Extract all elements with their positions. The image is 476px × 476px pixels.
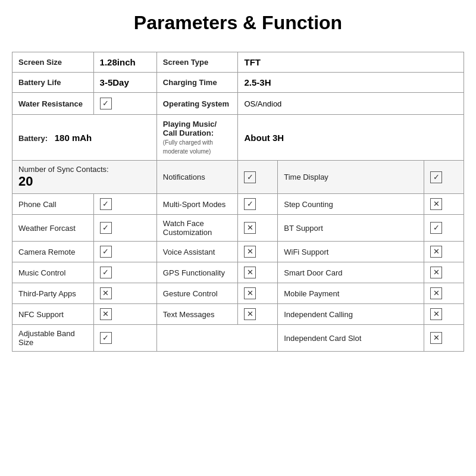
battery-mah-value: 180 mAh	[55, 133, 92, 143]
feature-row-music: Music Control GPS Functionality Smart Do…	[12, 262, 464, 283]
third-party-check	[100, 287, 112, 299]
spec-row-screen: Screen Size 1.28inch Screen Type TFT	[12, 52, 464, 73]
independent-card-check	[430, 332, 442, 344]
multi-sport-label: Multi-Sport Modes	[163, 200, 226, 209]
feature-row-camera: Camera Remote Voice Assistant WiFi Suppo…	[12, 242, 464, 262]
music-control-check	[100, 267, 112, 278]
screen-size-label: Screen Size	[18, 58, 62, 67]
phone-call-label: Phone Call	[18, 200, 57, 209]
water-resistance-check	[100, 98, 112, 109]
charging-time-label: Charging Time	[163, 78, 217, 87]
independent-calling-label: Independent Calling	[284, 310, 353, 319]
third-party-label: Third-Party Apps	[18, 289, 76, 298]
nfc-label: NFC Support	[18, 310, 64, 319]
step-counting-check	[430, 198, 442, 210]
page-title: Parameters & Function	[12, 12, 464, 40]
adjustable-band-label: Adjustable Band Size	[18, 329, 75, 347]
smart-door-check	[430, 267, 442, 278]
screen-size-value: 1.28inch	[100, 57, 136, 67]
wifi-support-check	[430, 246, 442, 258]
feature-row-band: Adjustable Band Size Independent Card Sl…	[12, 325, 464, 352]
sync-contacts-value: 20	[18, 174, 33, 189]
music-control-label: Music Control	[18, 268, 65, 277]
gps-check	[244, 267, 256, 278]
screen-type-value: TFT	[244, 57, 261, 67]
independent-card-label: Independent Card Slot	[284, 334, 361, 343]
weather-forecast-label: Weather Forcast	[18, 224, 76, 233]
camera-remote-label: Camera Remote	[18, 248, 75, 256]
playing-music-note: (Fully charged with moderate volume)	[163, 139, 213, 155]
feature-row-third-party: Third-Party Apps Gesture Control Mobile …	[12, 283, 464, 304]
nfc-check	[100, 308, 112, 320]
time-display-label: Time Display	[284, 173, 328, 181]
gps-label: GPS Functionality	[163, 268, 225, 277]
smart-door-label: Smart Door Card	[284, 268, 342, 277]
time-display-check	[430, 171, 442, 183]
text-messages-check	[244, 308, 256, 320]
operating-system-value: OS/Andiod	[244, 99, 281, 108]
feature-row-phone: Phone Call Multi-Sport Modes Step Counti…	[12, 194, 464, 215]
notifications-label: Notifications	[163, 173, 205, 181]
watch-face-label: Watch Face Customization	[163, 219, 212, 237]
gesture-check	[244, 287, 256, 299]
adjustable-band-check	[100, 332, 112, 344]
voice-assistant-label: Voice Assistant	[163, 248, 215, 256]
text-messages-label: Text Messages	[163, 310, 215, 319]
mobile-payment-label: Mobile Payment	[284, 289, 339, 298]
spec-row-battery-mah: Battery: 180 mAh Playing Music/ Call Dur…	[12, 115, 464, 161]
operating-system-label: Operating System	[163, 99, 229, 108]
spec-row-battery: Battery Life 3-5Day Charging Time 2.5-3H	[12, 73, 464, 93]
voice-assistant-check	[244, 246, 256, 258]
mobile-payment-check	[430, 287, 442, 299]
weather-forecast-check	[100, 222, 112, 234]
notifications-check	[244, 171, 256, 183]
feature-row-nfc: NFC Support Text Messages Independent Ca…	[12, 304, 464, 325]
camera-remote-check	[100, 246, 112, 258]
independent-calling-check	[430, 308, 442, 320]
bt-support-check	[430, 222, 442, 234]
spec-row-water: Water Resistance Operating System OS/And…	[12, 93, 464, 115]
battery-life-label: Battery Life	[18, 78, 61, 87]
multi-sport-check	[244, 198, 256, 210]
bt-support-label: BT Support	[284, 224, 323, 233]
water-resistance-label: Water Resistance	[18, 99, 83, 108]
watch-face-check	[244, 222, 256, 234]
battery-mah-label: Battery:	[18, 134, 48, 143]
feature-row-sync: Number of Sync Contacts: 20 Notification…	[12, 161, 464, 194]
sync-contacts-label: Number of Sync Contacts:	[18, 165, 109, 174]
battery-life-value: 3-5Day	[100, 77, 129, 87]
charging-time-value: 2.5-3H	[244, 77, 271, 87]
playing-music-label: Playing Music/ Call Duration:	[163, 120, 217, 137]
step-counting-label: Step Counting	[284, 200, 333, 209]
phone-call-check	[100, 198, 112, 210]
wifi-support-label: WiFi Support	[284, 248, 328, 256]
feature-row-weather: Weather Forcast Watch Face Customization…	[12, 215, 464, 242]
playing-music-value: About 3H	[244, 133, 284, 143]
gesture-label: Gesture Control	[163, 289, 218, 298]
screen-type-label: Screen Type	[163, 58, 208, 67]
